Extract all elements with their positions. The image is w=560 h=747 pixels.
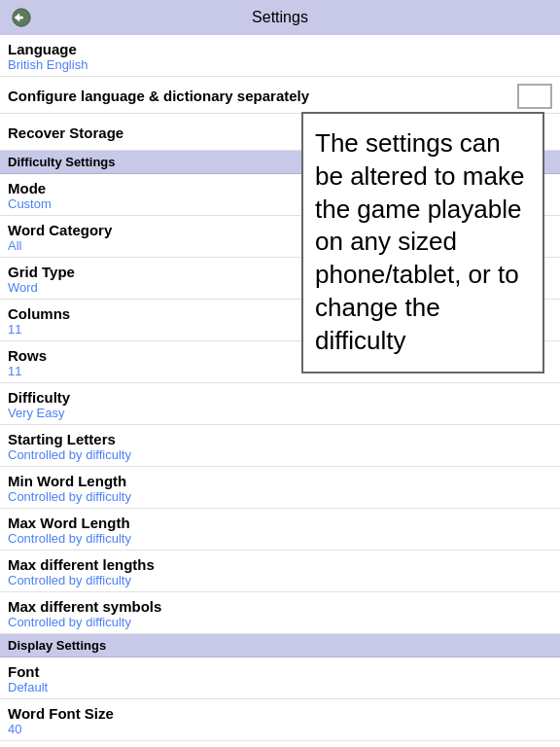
title-bar: Settings: [0, 0, 560, 35]
font-value: Default: [8, 680, 552, 694]
background-row[interactable]: Background: [0, 741, 560, 747]
min-word-length-value: Controlled by difficulty: [8, 489, 552, 504]
max-different-symbols-value: Controlled by difficulty: [8, 615, 552, 629]
language-value: British English: [8, 57, 552, 72]
tooltip-text: The settings can be altered to make the …: [315, 128, 524, 355]
page-title: Settings: [252, 9, 308, 26]
tooltip-popup: The settings can be altered to make the …: [301, 112, 544, 374]
language-label: Language: [8, 41, 552, 57]
word-font-size-label: Word Font Size: [8, 705, 552, 722]
max-different-lengths-label: Max different lengths: [8, 556, 552, 573]
configure-language-row[interactable]: Configure language & dictionary separate…: [0, 77, 560, 114]
configure-language-label: Configure language & dictionary separate…: [8, 88, 309, 104]
word-font-size-value: 40: [8, 722, 552, 736]
max-word-length-label: Max Word Length: [8, 515, 552, 531]
starting-letters-value: Controlled by difficulty: [8, 447, 552, 462]
back-button[interactable]: [10, 6, 33, 29]
difficulty-value: Very Easy: [8, 406, 552, 420]
min-word-length-label: Min Word Length: [8, 473, 552, 489]
max-word-length-value: Controlled by difficulty: [8, 531, 552, 546]
starting-letters-row[interactable]: Starting Letters Controlled by difficult…: [0, 425, 560, 467]
max-word-length-row[interactable]: Max Word Length Controlled by difficulty: [0, 509, 560, 551]
word-font-size-row[interactable]: Word Font Size 40: [0, 699, 560, 741]
min-word-length-row[interactable]: Min Word Length Controlled by difficulty: [0, 467, 560, 509]
font-label: Font: [8, 663, 552, 680]
max-different-symbols-row[interactable]: Max different symbols Controlled by diff…: [0, 592, 560, 634]
display-settings-header: Display Settings: [0, 634, 560, 658]
max-different-lengths-value: Controlled by difficulty: [8, 573, 552, 587]
max-different-lengths-row[interactable]: Max different lengths Controlled by diff…: [0, 551, 560, 592]
configure-language-toggle[interactable]: [517, 84, 552, 109]
starting-letters-label: Starting Letters: [8, 431, 552, 447]
difficulty-row[interactable]: Difficulty Very Easy: [0, 383, 560, 425]
font-row[interactable]: Font Default: [0, 658, 560, 699]
max-different-symbols-label: Max different symbols: [8, 598, 552, 615]
language-row[interactable]: Language British English: [0, 35, 560, 77]
difficulty-label: Difficulty: [8, 389, 552, 406]
